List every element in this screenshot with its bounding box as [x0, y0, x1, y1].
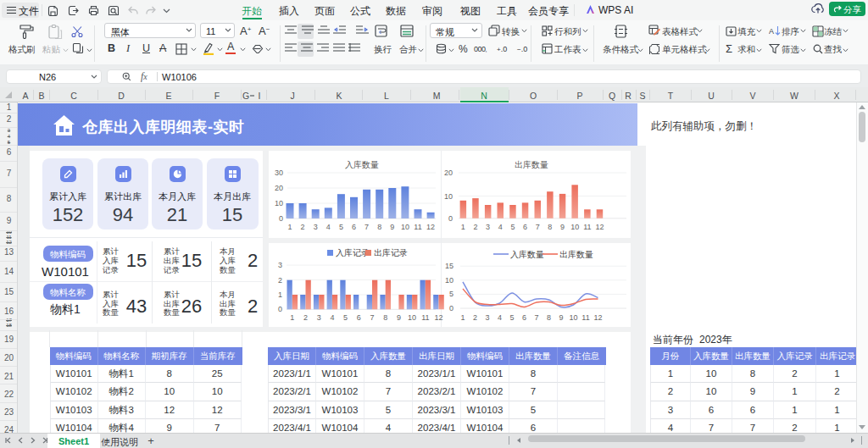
svg-text:2: 2	[303, 313, 308, 322]
svg-text:10: 10	[275, 199, 283, 207]
svg-text:9: 9	[390, 223, 394, 231]
svg-text:0: 0	[448, 214, 453, 223]
svg-text:3: 3	[278, 261, 282, 269]
svg-text:30: 30	[275, 169, 283, 177]
svg-text:4: 4	[498, 223, 503, 231]
svg-text:2: 2	[301, 223, 305, 231]
svg-text:9: 9	[560, 223, 565, 231]
svg-text:5: 5	[449, 290, 453, 298]
svg-text:1: 1	[290, 313, 294, 322]
svg-text:1: 1	[278, 290, 282, 299]
svg-text:6: 6	[523, 223, 527, 231]
svg-text:11: 11	[581, 313, 589, 322]
svg-text:2: 2	[473, 313, 477, 322]
svg-text:5: 5	[339, 223, 343, 231]
svg-text:3: 3	[314, 223, 318, 231]
svg-text:8: 8	[383, 313, 387, 322]
svg-text:入库记录: 入库记录	[336, 248, 370, 257]
svg-text:7: 7	[534, 313, 538, 322]
svg-text:5: 5	[343, 313, 348, 322]
svg-text:2: 2	[278, 276, 282, 285]
svg-text:10: 10	[401, 223, 409, 231]
svg-text:3: 3	[486, 223, 490, 231]
svg-text:出库数量: 出库数量	[559, 250, 593, 259]
svg-text:10: 10	[444, 192, 453, 201]
svg-text:6: 6	[352, 223, 356, 231]
svg-text:0: 0	[449, 304, 453, 312]
svg-text:3: 3	[485, 313, 489, 322]
svg-text:7: 7	[536, 223, 540, 231]
svg-text:3: 3	[317, 313, 321, 322]
svg-text:6: 6	[357, 313, 361, 322]
svg-text:A: A	[769, 27, 774, 36]
svg-text:4: 4	[330, 313, 334, 322]
svg-text:9: 9	[559, 313, 563, 322]
svg-text:15: 15	[445, 262, 453, 270]
svg-text:6: 6	[522, 313, 526, 322]
svg-text:8: 8	[547, 313, 551, 322]
svg-text:入库数量: 入库数量	[345, 160, 379, 169]
svg-text:8: 8	[377, 223, 381, 231]
svg-text:10: 10	[408, 313, 416, 322]
svg-text:9: 9	[397, 313, 401, 322]
svg-text:1: 1	[461, 223, 465, 231]
svg-text:5: 5	[510, 223, 515, 231]
svg-text:0: 0	[279, 214, 283, 223]
svg-text:入库数量: 入库数量	[510, 250, 544, 259]
svg-text:8: 8	[548, 223, 552, 231]
svg-text:4: 4	[326, 223, 331, 231]
svg-text:1: 1	[460, 313, 465, 322]
svg-text:5: 5	[509, 313, 514, 322]
svg-text:0: 0	[278, 305, 282, 313]
svg-text:11: 11	[421, 313, 429, 322]
svg-text:20: 20	[444, 169, 453, 177]
svg-text:10: 10	[445, 276, 453, 285]
svg-text:出库记录: 出库记录	[374, 248, 408, 257]
svg-text:10: 10	[570, 223, 579, 231]
svg-text:7: 7	[364, 223, 369, 231]
svg-text:出库数量: 出库数量	[515, 160, 548, 169]
svg-text:12: 12	[426, 223, 435, 231]
svg-text:4: 4	[498, 313, 502, 322]
svg-text:20: 20	[275, 184, 283, 192]
svg-text:12: 12	[593, 313, 602, 322]
svg-text:11: 11	[414, 223, 421, 231]
svg-text:10: 10	[569, 313, 577, 322]
svg-text:1: 1	[287, 223, 292, 231]
svg-text:12: 12	[434, 313, 442, 322]
svg-text:2: 2	[473, 223, 477, 231]
svg-text:12: 12	[595, 223, 604, 231]
svg-text:7: 7	[370, 313, 374, 322]
svg-text:11: 11	[583, 223, 591, 231]
